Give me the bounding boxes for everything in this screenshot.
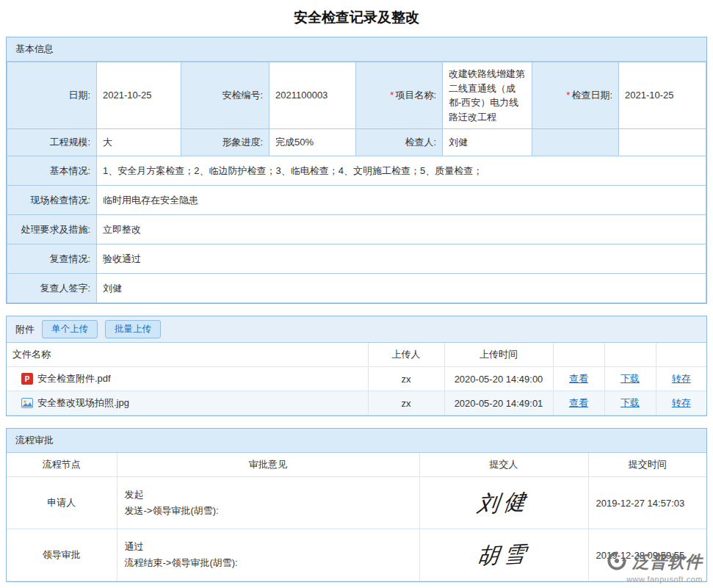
- basic-situation-value: 1、安全月方案检查；2、临边防护检查；3、临电检查；4、文明施工检查；5、质量检…: [97, 156, 706, 186]
- attachment-row: 安全整改现场拍照.jpg zx 2020-05-20 14:49:01 查看 下…: [7, 391, 706, 415]
- flow-node-cell: 领导审批: [7, 529, 117, 581]
- approval-header-row: 流程节点 审批意见 提交人 提交时间: [7, 453, 706, 477]
- progress-label: 形象进度:: [181, 129, 269, 156]
- submit-time-cell: 2019-12-28 09:59:55: [588, 529, 706, 581]
- progress-value: 完成50%: [269, 129, 356, 156]
- basic-info-table: 日期: 2021-10-25 安检编号: 2021100003 *项目名称: 改…: [7, 62, 706, 303]
- opinion-line-1: 发起: [125, 487, 412, 503]
- scale-label: 工程规模:: [7, 129, 97, 156]
- file-name-header: 文件名称: [7, 343, 368, 367]
- uploader-cell: zx: [368, 391, 444, 415]
- project-name-label-text: 项目名称:: [395, 90, 436, 101]
- view-link[interactable]: 查看: [569, 397, 588, 408]
- basic-info-section-title: 基本信息: [7, 37, 706, 62]
- upload-time-cell: 2020-05-20 14:49:00: [444, 367, 553, 391]
- opinion-line-2: 流程结束->领导审批(胡雪):: [125, 555, 412, 571]
- submitter-header: 提交人: [419, 453, 588, 477]
- check-date-value: 2021-10-25: [619, 62, 706, 129]
- opinion-cell: 发起 发送->领导审批(胡雪):: [117, 477, 419, 529]
- attachments-header-row: 文件名称 上传人 上传时间: [7, 343, 706, 367]
- basic-row-recheck: 复查情况: 验收通过: [7, 244, 706, 274]
- approval-row: 申请人 发起 发送->领导审批(胡雪): 刘健 2019-12-27 14:57…: [7, 477, 706, 529]
- file-name-cell: 安全整改现场拍照.jpg: [7, 391, 368, 415]
- basic-row-site-check: 现场检查情况: 临时用电存在安全隐患: [7, 186, 706, 215]
- date-label: 日期:: [7, 62, 97, 129]
- date-value: 2021-10-25: [97, 62, 181, 129]
- uploader-cell: zx: [368, 367, 444, 391]
- submit-time-cell: 2019-12-27 14:57:03: [588, 477, 706, 529]
- site-check-label: 现场检查情况:: [7, 186, 97, 215]
- basic-row-2: 工程规模: 大 形象进度: 完成50% 检查人: 刘健: [7, 129, 706, 156]
- submitter-signature-cell: 胡雪: [419, 529, 588, 581]
- check-date-label-text: 检查日期:: [571, 90, 612, 101]
- project-name-value: 改建铁路线增建第二线直通线（成都-西安）电力线路迁改工程: [443, 62, 532, 129]
- opinion-header: 审批意见: [117, 453, 419, 477]
- batch-upload-button[interactable]: 批量上传: [105, 320, 161, 338]
- project-name-label: *项目名称:: [356, 62, 443, 129]
- opinion-line-1: 通过: [125, 539, 412, 555]
- actions-header-3: [656, 343, 706, 367]
- view-link[interactable]: 查看: [569, 373, 588, 384]
- attachments-table: 文件名称 上传人 上传时间 安全检查附件.pdf zx 2020-05-20 1…: [7, 343, 706, 415]
- flow-node-cell: 申请人: [7, 477, 117, 529]
- download-link[interactable]: 下载: [620, 397, 640, 408]
- approval-section-title: 流程审批: [7, 429, 706, 453]
- flow-node-header: 流程节点: [7, 453, 117, 477]
- handwritten-signature: 胡雪: [476, 539, 532, 572]
- file-name-text: 安全整改现场拍照.jpg: [37, 396, 129, 410]
- actions-header-2: [604, 343, 656, 367]
- basic-situation-label: 基本情况:: [7, 156, 97, 186]
- attachment-row: 安全检查附件.pdf zx 2020-05-20 14:49:00 查看 下载 …: [7, 367, 706, 391]
- required-asterisk: *: [390, 90, 394, 101]
- actions-header-1: [553, 343, 604, 367]
- transfer-link[interactable]: 转存: [672, 373, 691, 384]
- site-check-value: 临时用电存在安全隐患: [97, 186, 706, 215]
- empty-label-cell: [532, 129, 619, 156]
- basic-row-recheck-sign: 复查人签字: 刘健: [7, 274, 706, 303]
- page-title: 安全检查记录及整改: [6, 8, 707, 27]
- page: 安全检查记录及整改 基本信息 日期: 2021-10-25 安检编号: 2021…: [0, 8, 713, 582]
- recheck-label: 复查情况:: [7, 244, 97, 274]
- single-upload-button[interactable]: 单个上传: [42, 320, 98, 338]
- submit-time-header: 提交时间: [588, 453, 706, 477]
- file-name-cell: 安全检查附件.pdf: [7, 367, 368, 391]
- attachments-section-title: 附件: [15, 323, 35, 336]
- handwritten-signature: 刘健: [476, 487, 532, 520]
- transfer-link[interactable]: 转存: [672, 397, 691, 408]
- approval-row: 领导审批 通过 流程结束->领导审批(胡雪): 胡雪 2019-12-28 09…: [7, 529, 706, 581]
- pdf-file-icon: [21, 373, 33, 385]
- approval-section: 流程审批 流程节点 审批意见 提交人 提交时间 申请人 发起 发送->领导审批(…: [6, 428, 707, 582]
- basic-row-measures: 处理要求及措施: 立即整改: [7, 215, 706, 244]
- file-name-text: 安全检查附件.pdf: [37, 372, 111, 385]
- empty-value-cell: [619, 129, 706, 156]
- scale-value: 大: [97, 129, 181, 156]
- inspector-value: 刘健: [443, 129, 532, 156]
- upload-time-cell: 2020-05-20 14:49:01: [444, 391, 553, 415]
- inspector-label: 检查人:: [356, 129, 443, 156]
- opinion-line-2: 发送->领导审批(胡雪):: [125, 503, 412, 519]
- inspection-no-label: 安检编号:: [181, 62, 269, 129]
- attachments-section: 附件 单个上传 批量上传 文件名称 上传人 上传时间 安全: [6, 316, 707, 416]
- basic-row-1: 日期: 2021-10-25 安检编号: 2021100003 *项目名称: 改…: [7, 62, 706, 129]
- recheck-sign-value: 刘健: [97, 274, 706, 303]
- basic-row-situation: 基本情况: 1、安全月方案检查；2、临边防护检查；3、临电检查；4、文明施工检查…: [7, 156, 706, 186]
- check-date-label: *检查日期:: [532, 62, 619, 129]
- basic-info-section: 基本信息 日期: 2021-10-25 安检编号: 2021100003 *项目…: [6, 37, 707, 304]
- approval-table: 流程节点 审批意见 提交人 提交时间 申请人 发起 发送->领导审批(胡雪): …: [7, 453, 706, 581]
- uploader-header: 上传人: [368, 343, 444, 367]
- inspection-no-value: 2021100003: [269, 62, 356, 129]
- submitter-signature-cell: 刘健: [419, 477, 588, 529]
- attachments-toolbar: 附件 单个上传 批量上传: [7, 316, 706, 343]
- measures-label: 处理要求及措施:: [7, 215, 97, 244]
- download-link[interactable]: 下载: [620, 373, 640, 384]
- upload-time-header: 上传时间: [444, 343, 553, 367]
- measures-value: 立即整改: [97, 215, 706, 244]
- opinion-cell: 通过 流程结束->领导审批(胡雪):: [117, 529, 419, 581]
- recheck-value: 验收通过: [97, 244, 706, 274]
- recheck-sign-label: 复查人签字:: [7, 274, 97, 303]
- image-file-icon: [21, 397, 33, 409]
- required-asterisk: *: [566, 90, 570, 101]
